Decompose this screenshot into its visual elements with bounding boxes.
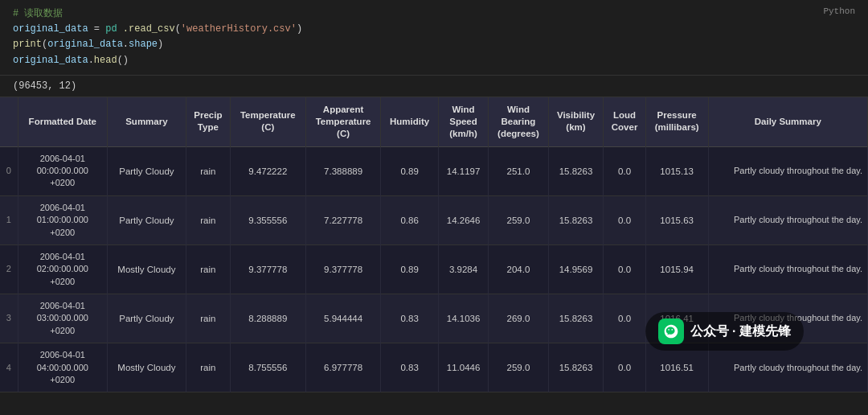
td-date: 2006-04-0103:00:00.000+0200 bbox=[18, 294, 108, 343]
table-body: 0 2006-04-0100:00:00.000+0200 Partly Clo… bbox=[0, 146, 868, 392]
code-line-3: original_data.head() bbox=[13, 53, 855, 68]
code-var1: original_data bbox=[13, 23, 88, 35]
td-visibility: 15.8263 bbox=[548, 195, 604, 244]
td-date: 2006-04-0101:00:00.000+0200 bbox=[18, 195, 108, 244]
wechat-icon bbox=[658, 318, 684, 344]
table-header-row: Formatted Date Summary PrecipType Temper… bbox=[0, 97, 868, 146]
td-loud: 0.0 bbox=[604, 195, 645, 244]
td-summary: Partly Cloudy bbox=[108, 294, 186, 343]
td-precip: rain bbox=[186, 294, 230, 343]
td-humidity: 0.86 bbox=[381, 195, 438, 244]
code-line-1: original_data = pd .read_csv('weatherHis… bbox=[13, 22, 855, 37]
table-row: 0 2006-04-0100:00:00.000+0200 Partly Clo… bbox=[0, 146, 868, 195]
td-index: 2 bbox=[0, 244, 18, 294]
td-apparent: 5.944444 bbox=[305, 294, 381, 343]
td-wind-bearing: 259.0 bbox=[489, 343, 548, 392]
td-apparent: 6.977778 bbox=[305, 343, 381, 392]
td-temp: 8.288889 bbox=[230, 294, 305, 343]
code-print: print bbox=[13, 39, 42, 50]
td-wind-speed: 14.1197 bbox=[438, 146, 489, 195]
td-summary: Mostly Cloudy bbox=[108, 343, 186, 392]
td-humidity: 0.83 bbox=[381, 294, 438, 343]
code-string: 'weatherHistory.csv' bbox=[181, 23, 297, 35]
td-summary: Partly Cloudy bbox=[108, 146, 186, 195]
td-loud: 0.0 bbox=[604, 146, 645, 195]
output-section: (96453, 12) bbox=[0, 76, 868, 97]
td-temp: 9.472222 bbox=[230, 146, 305, 195]
th-visibility: Visibility(km) bbox=[548, 97, 604, 146]
td-temp: 9.377778 bbox=[230, 244, 305, 294]
td-date: 2006-04-0100:00:00.000+0200 bbox=[18, 146, 108, 195]
td-wind-speed: 11.0446 bbox=[438, 343, 489, 392]
td-wind-speed: 14.1036 bbox=[438, 294, 489, 343]
td-loud: 0.0 bbox=[604, 294, 645, 343]
code-shape: shape bbox=[129, 39, 158, 50]
td-summary: Partly Cloudy bbox=[108, 195, 186, 244]
watermark: 公众号 · 建模先锋 bbox=[645, 312, 804, 351]
th-index bbox=[0, 97, 18, 146]
td-temp: 8.755556 bbox=[230, 343, 305, 392]
td-visibility: 15.8263 bbox=[548, 294, 604, 343]
td-temp: 9.355556 bbox=[230, 195, 305, 244]
td-wind-bearing: 259.0 bbox=[489, 195, 548, 244]
td-wind-speed: 14.2646 bbox=[438, 195, 489, 244]
th-apparent-temp: ApparentTemperature(C) bbox=[305, 97, 381, 146]
code-var3: original_data bbox=[13, 55, 88, 66]
td-index: 1 bbox=[0, 195, 18, 244]
td-apparent: 9.377778 bbox=[305, 244, 381, 294]
td-humidity: 0.83 bbox=[381, 343, 438, 392]
output-shape: (96453, 12) bbox=[13, 80, 76, 92]
td-wind-speed: 3.9284 bbox=[438, 244, 489, 294]
td-precip: rain bbox=[186, 244, 230, 294]
td-daily: Partly cloudy throughout the day. bbox=[708, 195, 867, 244]
td-wind-bearing: 251.0 bbox=[489, 146, 548, 195]
td-wind-bearing: 204.0 bbox=[489, 244, 548, 294]
td-daily: Partly cloudy throughout the day. bbox=[708, 244, 867, 294]
td-summary: Mostly Cloudy bbox=[108, 244, 186, 294]
td-precip: rain bbox=[186, 195, 230, 244]
td-date: 2006-04-0104:00:00.000+0200 bbox=[18, 343, 108, 392]
td-index: 4 bbox=[0, 343, 18, 392]
table-row: 1 2006-04-0101:00:00.000+0200 Partly Clo… bbox=[0, 195, 868, 244]
code-comment: # 读取数据 bbox=[13, 8, 63, 19]
code-var2: original_data bbox=[47, 39, 123, 50]
td-precip: rain bbox=[186, 146, 230, 195]
code-comment-line: # 读取数据 bbox=[13, 6, 855, 22]
td-index: 3 bbox=[0, 294, 18, 343]
lang-label: Python bbox=[823, 6, 855, 16]
td-visibility: 15.8263 bbox=[548, 343, 604, 392]
th-wind-bearing: WindBearing(degrees) bbox=[489, 97, 548, 146]
code-func: .read_csv bbox=[123, 23, 175, 35]
td-apparent: 7.388889 bbox=[305, 146, 381, 195]
table-row: 2 2006-04-0102:00:00.000+0200 Mostly Clo… bbox=[0, 244, 868, 294]
th-loud-cover: LoudCover bbox=[604, 97, 645, 146]
td-apparent: 7.227778 bbox=[305, 195, 381, 244]
td-visibility: 14.9569 bbox=[548, 244, 604, 294]
td-humidity: 0.89 bbox=[381, 244, 438, 294]
td-wind-bearing: 269.0 bbox=[489, 294, 548, 343]
th-wind-speed: WindSpeed(km/h) bbox=[438, 97, 489, 146]
th-humidity: Humidity bbox=[381, 97, 438, 146]
td-precip: rain bbox=[186, 343, 230, 392]
th-formatted-date: Formatted Date bbox=[18, 97, 108, 146]
td-index: 0 bbox=[0, 146, 18, 195]
td-loud: 0.0 bbox=[604, 244, 645, 294]
th-precip-type: PrecipType bbox=[186, 97, 230, 146]
td-loud: 0.0 bbox=[604, 343, 645, 392]
code-line-2: print(original_data.shape) bbox=[13, 37, 855, 52]
code-section: Python # 读取数据 original_data = pd .read_c… bbox=[0, 0, 868, 76]
td-pressure: 1015.94 bbox=[645, 244, 708, 294]
td-pressure: 1015.13 bbox=[645, 146, 708, 195]
td-pressure: 1015.63 bbox=[645, 195, 708, 244]
th-summary: Summary bbox=[108, 97, 186, 146]
td-visibility: 15.8263 bbox=[548, 146, 604, 195]
th-temperature: Temperature(C) bbox=[230, 97, 305, 146]
td-date: 2006-04-0102:00:00.000+0200 bbox=[18, 244, 108, 294]
th-daily-summary: Daily Summary bbox=[708, 97, 867, 146]
td-daily: Partly cloudy throughout the day. bbox=[708, 146, 867, 195]
code-module: pd bbox=[105, 23, 117, 35]
code-head-func: head bbox=[94, 55, 117, 66]
th-pressure: Pressure(millibars) bbox=[645, 97, 708, 146]
watermark-text: 公众号 · 建模先锋 bbox=[690, 323, 791, 340]
td-humidity: 0.89 bbox=[381, 146, 438, 195]
